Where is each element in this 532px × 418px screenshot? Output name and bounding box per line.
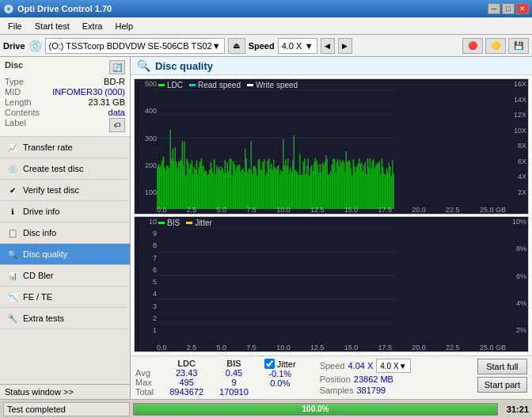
avg-label: Avg [135,368,154,378]
sidebar-item-disc-info[interactable]: 📋 Disc info [0,222,130,244]
app-icon: 💿 [3,4,14,14]
sidebar-item-fe-te[interactable]: 📉 FE / TE [0,287,130,308]
chart1-legend: LDC Read speed Write speed [158,81,298,89]
quality-header: 🔍 Disc quality [131,57,532,75]
sidebar-item-label-verify-test-disc: Verify test disc [23,185,79,195]
sidebar-item-label-cd-bler: CD Bler [23,271,54,280]
test-completed-status: Test completed [3,402,130,416]
transfer-rate-icon: 📈 [6,141,19,154]
sidebar-item-label-extra-tests: Extra tests [23,314,64,323]
speed-label: Speed [249,41,275,51]
svg-rect-121 [294,135,295,209]
disc-label-key: Label [5,118,26,132]
quality-title: Disc quality [155,60,213,72]
chart2-yaxis-right: 10% 8% 6% 4% 2% [506,217,528,336]
sidebar-item-label-create-test-disc: Create test disc [23,164,83,173]
drive-eject-button[interactable]: ⏏ [228,38,245,54]
toolbar-icon-1[interactable]: 🔴 [462,38,483,54]
sidebar-item-drive-info[interactable]: ℹ Drive info [0,201,130,222]
sidebar-item-cd-bler[interactable]: 📊 CD Bler [0,265,130,287]
maximize-button[interactable]: □ [502,3,515,14]
disc-type-key: Type [5,77,24,86]
disc-length-key: Length [5,97,32,107]
disc-quality-icon: 🔍 [6,248,19,260]
ldc-chart: LDC Read speed Write speed 500 400 30 [134,78,529,215]
chart1-yaxis-left: 500 400 300 200 100 [135,79,158,198]
chart1-svg [157,90,394,209]
start-part-button[interactable]: Start part [477,377,527,393]
bis-max: 9 [219,378,249,387]
verify-test-disc-icon: ✔ [6,184,19,196]
stats-bis-col: BIS 0.45 9 170910 [219,359,249,397]
statusbar: Test completed 100.0% 31:21 [0,399,532,418]
sidebar: Disc 🔄 Type BD-R MID INFOMER30 (000) Len… [0,57,131,399]
ldc-avg: 23.43 [169,368,203,378]
drive-select[interactable]: (O:) TSSTcorp BDDVDW SE-506CB TS02 ▼ [45,38,225,54]
disc-info-icon: 📋 [6,226,19,239]
disc-contents-key: Contents [5,108,40,117]
stats-bar: X Avg Max Total LDC 23.43 495 8943672 BI… [131,355,532,399]
drive-label: Drive [3,41,25,51]
disc-length-value: 23.31 GB [89,97,125,107]
window-controls: ─ □ ✕ [488,3,529,14]
extra-tests-icon: 🔧 [6,312,19,325]
speed-next-button[interactable]: ▶ [338,38,352,54]
bis-avg: 0.45 [219,368,249,378]
status-window-button[interactable]: Status window >> [0,384,130,399]
jitter-max: 0.0% [264,378,296,388]
sidebar-item-verify-test-disc[interactable]: ✔ Verify test disc [0,180,130,201]
stats-speed-select[interactable]: 4.0 X ▼ [376,359,410,373]
chart2-legend: BIS Jitter [158,218,212,227]
chart2-svg [157,228,394,347]
jitter-avg: -0.1% [264,369,296,378]
sidebar-item-transfer-rate[interactable]: 📈 Transfer rate [0,137,130,158]
chart1-yaxis-right: 16X 14X 12X 10X 8X 6X 4X 2X [506,79,528,198]
speed-select[interactable]: 4.0 X ▼ [278,38,317,54]
toolbar-icon-2[interactable]: 🟡 [485,38,506,54]
disc-label-button[interactable]: 🏷 [109,118,125,132]
progress-text: 100.0% [302,405,329,413]
chart1-xaxis: 0.0 2.5 5.0 7.5 10.0 12.5 15.0 17.5 20.0… [157,200,506,214]
fe-te-icon: 📉 [6,291,19,303]
max-label: Max [135,378,154,387]
samples-value: 381799 [356,386,386,395]
position-value: 23862 MB [354,374,393,384]
sidebar-item-label-transfer-rate: Transfer rate [23,142,73,152]
close-button[interactable]: ✕ [516,3,529,14]
cd-bler-icon: 📊 [6,269,19,282]
svg-rect-17 [170,130,172,209]
svg-rect-112 [283,139,284,209]
menu-file[interactable]: File [2,17,28,34]
sidebar-item-disc-quality[interactable]: 🔍 Disc quality [0,244,130,265]
minimize-button[interactable]: ─ [488,3,500,14]
menu-extra[interactable]: Extra [76,17,109,34]
ldc-max: 495 [169,378,203,387]
disc-type-value: BD-R [104,77,125,86]
sidebar-item-label-disc-quality: Disc quality [23,249,67,259]
sidebar-item-extra-tests[interactable]: 🔧 Extra tests [0,308,130,329]
disc-contents-value[interactable]: data [108,108,125,117]
toolbar-icon-3[interactable]: 💾 [508,38,529,54]
charts-area: LDC Read speed Write speed 500 400 30 [131,75,532,355]
stats-ldc-col: LDC 23.43 495 8943672 [169,359,203,397]
chart2-yaxis-left: 10 9 8 7 6 5 4 3 2 1 [135,217,158,336]
progress-bar: 100.0% [134,404,497,415]
progress-bar-container: 100.0% [133,403,498,416]
bis-chart: BIS Jitter 10 9 8 7 6 5 4 3 [134,216,529,352]
menu-start-test[interactable]: Start test [28,17,76,34]
app-title: Opti Drive Control 1.70 [17,4,112,13]
jitter-checkbox[interactable] [264,359,275,369]
menu-help[interactable]: Help [108,17,139,34]
jitter-checkbox-row[interactable]: Jitter [264,359,296,369]
sidebar-item-create-test-disc[interactable]: 💿 Create test disc [0,158,130,180]
quality-icon: 🔍 [137,59,150,72]
ldc-header: LDC [169,359,203,368]
create-test-disc-icon: 💿 [6,162,19,175]
titlebar: 💿 Opti Drive Control 1.70 ─ □ ✕ [0,0,532,17]
speed-prev-button[interactable]: ◀ [321,38,335,54]
disc-refresh-button[interactable]: 🔄 [109,60,125,74]
sidebar-item-label-fe-te: FE / TE [23,292,52,302]
chart2-xaxis: 0.0 2.5 5.0 7.5 10.0 12.5 15.0 17.5 20.0… [157,337,506,352]
start-full-button[interactable]: Start full [477,359,527,374]
ldc-bars [157,130,394,209]
